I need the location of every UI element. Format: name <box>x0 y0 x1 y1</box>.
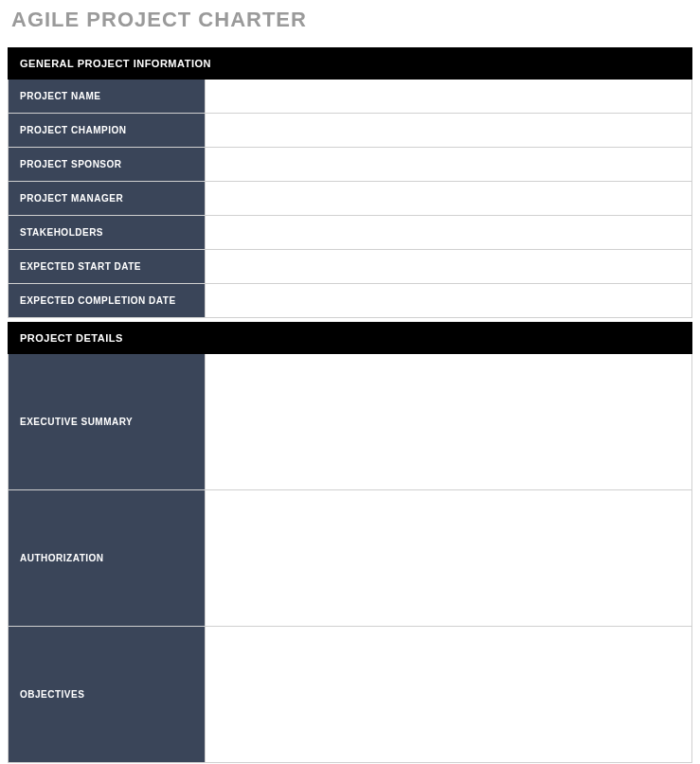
row-stakeholders: STAKEHOLDERS <box>8 216 692 250</box>
section-header-details: PROJECT DETAILS <box>8 322 692 354</box>
label-executive-summary: EXECUTIVE SUMMARY <box>9 354 206 489</box>
value-objectives[interactable] <box>206 627 691 762</box>
row-project-name: PROJECT NAME <box>8 80 692 114</box>
label-expected-start: EXPECTED START DATE <box>9 250 206 283</box>
row-project-champion: PROJECT CHAMPION <box>8 114 692 148</box>
row-authorization: AUTHORIZATION <box>8 490 692 627</box>
value-authorization[interactable] <box>206 490 691 626</box>
value-expected-start[interactable] <box>206 250 691 283</box>
value-project-name[interactable] <box>206 80 691 113</box>
row-project-manager: PROJECT MANAGER <box>8 182 692 216</box>
row-objectives: OBJECTIVES <box>8 627 692 763</box>
label-stakeholders: STAKEHOLDERS <box>9 216 206 249</box>
label-objectives: OBJECTIVES <box>9 627 206 762</box>
section-header-general: GENERAL PROJECT INFORMATION <box>8 47 692 80</box>
value-expected-completion[interactable] <box>206 284 691 317</box>
value-project-manager[interactable] <box>206 182 691 215</box>
label-project-manager: PROJECT MANAGER <box>9 182 206 215</box>
row-project-sponsor: PROJECT SPONSOR <box>8 148 692 182</box>
row-expected-start: EXPECTED START DATE <box>8 250 692 284</box>
value-executive-summary[interactable] <box>206 354 691 489</box>
value-stakeholders[interactable] <box>206 216 691 249</box>
label-expected-completion: EXPECTED COMPLETION DATE <box>9 284 206 317</box>
label-project-sponsor: PROJECT SPONSOR <box>9 148 206 181</box>
row-expected-completion: EXPECTED COMPLETION DATE <box>8 284 692 318</box>
value-project-sponsor[interactable] <box>206 148 691 181</box>
label-authorization: AUTHORIZATION <box>9 490 206 626</box>
label-project-champion: PROJECT CHAMPION <box>9 114 206 147</box>
value-project-champion[interactable] <box>206 114 691 147</box>
label-project-name: PROJECT NAME <box>9 80 206 113</box>
page-title: AGILE PROJECT CHARTER <box>11 8 692 32</box>
row-executive-summary: EXECUTIVE SUMMARY <box>8 354 692 490</box>
